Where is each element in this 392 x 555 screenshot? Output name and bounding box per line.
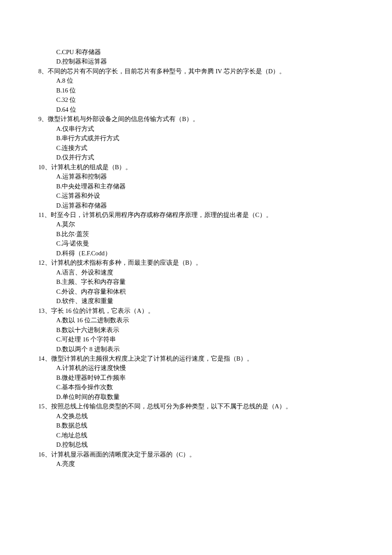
question-options: A.计算机的运行速度快慢 B.微处理器时钟工作频率 C.基本指令操作次数 D.单… <box>38 363 354 402</box>
question-text: 微型计算机与外部设备之间的信息传输方式有（B）。 <box>48 114 354 124</box>
option-item: A.仅串行方式 <box>56 124 354 133</box>
question-options: A.数以 16 位二进制数表示 B.数以十六进制来表示 C.可处理 16 个字符… <box>38 315 354 354</box>
question-10: 10、 计算机主机的组成是（B）。 A.运算器和控制器 B.中央处理器和主存储器… <box>38 162 354 210</box>
option-item: C.基本指令操作次数 <box>56 382 354 392</box>
question-options: A.仅串行方式 B.串行方式或并行方式 C.连接方式 D.仅并行方式 <box>38 124 354 162</box>
option-item: B.比尔·盖茨 <box>56 229 354 239</box>
question-options: A.运算器和控制器 B.中央处理器和主存储器 C.运算器和外设 D.运算器和存储… <box>38 172 354 210</box>
question-stem: 12、 计算机的技术指标有多种，而最主要的应该是（B）。 <box>38 258 354 267</box>
option-item: B.微处理器时钟工作频率 <box>56 373 354 382</box>
option-item: A.交换总线 <box>56 411 354 421</box>
question-number: 12、 <box>38 258 51 267</box>
question-11: 11、 时至今日，计算机仍采用程序内存或称存储程序原理，原理的提出者是（C）。 … <box>38 210 354 258</box>
question-stem: 14、 微型计算机的主频很大程度上决定了计算机的运行速度，它是指（B）。 <box>38 354 354 363</box>
question-stem: 10、 计算机主机的组成是（B）。 <box>38 162 354 172</box>
question-text: 字长 16 位的计算机，它表示（A）。 <box>51 306 354 315</box>
option-item: C.连接方式 <box>56 143 354 153</box>
question-stem: 9、 微型计算机与外部设备之间的信息传输方式有（B）。 <box>38 114 354 124</box>
question-12: 12、 计算机的技术指标有多种，而最主要的应该是（B）。 A.语言、外设和速度 … <box>38 258 354 306</box>
option-item: A.数以 16 位二进制数表示 <box>56 315 354 325</box>
question-8: 8、 不同的芯片有不同的字长，目前芯片有多种型号，其中奔腾 IV 芯片的字长是（… <box>38 66 354 114</box>
question-stem: 15、 按照总线上传输信息类型的不同，总线可分为多种类型，以下不属于总线的是（A… <box>38 402 354 411</box>
question-number: 11、 <box>38 210 51 220</box>
question-text: 计算机显示器画面的清晰度决定于显示器的（C）。 <box>51 450 354 459</box>
question-text: 计算机主机的组成是（B）。 <box>51 162 354 172</box>
option-item: A.亮度 <box>56 459 354 468</box>
option-item: B.中央处理器和主存储器 <box>56 182 354 191</box>
question-15: 15、 按照总线上传输信息类型的不同，总线可分为多种类型，以下不属于总线的是（A… <box>38 402 354 449</box>
option-item: C.冯·诺依曼 <box>56 239 354 248</box>
question-options: A.莫尔 B.比尔·盖茨 C.冯·诺依曼 D.科得（E.F.Codd） <box>38 220 354 258</box>
question-number: 13、 <box>38 306 51 315</box>
document-page: C.CPU 和存储器 D.控制器和运算器 8、 不同的芯片有不同的字长，目前芯片… <box>0 0 392 555</box>
question-number: 10、 <box>38 162 51 172</box>
question-text: 时至今日，计算机仍采用程序内存或称存储程序原理，原理的提出者是（C）。 <box>51 210 354 220</box>
option-item: A.运算器和控制器 <box>56 172 354 181</box>
question-number: 16、 <box>38 450 51 459</box>
option-item: C.CPU 和存储器 <box>56 47 354 57</box>
question-options: A.8 位 B.16 位 C.32 位 D.64 位 <box>38 76 354 114</box>
option-item: C.32 位 <box>56 95 354 104</box>
question-text: 不同的芯片有不同的字长，目前芯片有多种型号，其中奔腾 IV 芯片的字长是（D）。 <box>48 66 354 76</box>
option-item: D.仅并行方式 <box>56 153 354 162</box>
question-text: 微型计算机的主频很大程度上决定了计算机的运行速度，它是指（B）。 <box>51 354 354 363</box>
option-item: D.数以两个 8 进制表示 <box>56 344 354 354</box>
question-text: 计算机的技术指标有多种，而最主要的应该是（B）。 <box>51 258 354 267</box>
option-item: C.地址总线 <box>56 431 354 440</box>
question-9: 9、 微型计算机与外部设备之间的信息传输方式有（B）。 A.仅串行方式 B.串行… <box>38 114 354 162</box>
question-stem: 11、 时至今日，计算机仍采用程序内存或称存储程序原理，原理的提出者是（C）。 <box>38 210 354 220</box>
question-stem: 16、 计算机显示器画面的清晰度决定于显示器的（C）。 <box>38 450 354 459</box>
question-options: A.语言、外设和速度 B.主频、字长和内存容量 C.外设、内存容量和体积 D.软… <box>38 268 354 306</box>
question-14: 14、 微型计算机的主频很大程度上决定了计算机的运行速度，它是指（B）。 A.计… <box>38 354 354 402</box>
option-item: D.控制器和运算器 <box>56 57 354 66</box>
option-item: A.语言、外设和速度 <box>56 268 354 277</box>
option-item: B.主频、字长和内存容量 <box>56 277 354 286</box>
question-number: 15、 <box>38 402 51 411</box>
previous-question-options: C.CPU 和存储器 D.控制器和运算器 <box>38 47 354 66</box>
question-stem: 13、 字长 16 位的计算机，它表示（A）。 <box>38 306 354 315</box>
option-item: A.莫尔 <box>56 220 354 229</box>
option-item: A.计算机的运行速度快慢 <box>56 363 354 373</box>
option-item: D.64 位 <box>56 105 354 114</box>
question-number: 14、 <box>38 354 51 363</box>
option-item: B.16 位 <box>56 86 354 95</box>
question-number: 8、 <box>38 66 48 76</box>
option-item: D.软件、速度和重量 <box>56 296 354 306</box>
question-options: A.交换总线 B.数据总线 C.地址总线 D.控制总线 <box>38 411 354 450</box>
option-item: B.串行方式或并行方式 <box>56 133 354 143</box>
option-item: C.运算器和外设 <box>56 191 354 200</box>
option-item: D.控制总线 <box>56 440 354 449</box>
option-item: B.数以十六进制来表示 <box>56 325 354 335</box>
question-options: A.亮度 <box>38 459 354 468</box>
option-item: C.可处理 16 个字符串 <box>56 335 354 344</box>
option-item: D.运算器和存储器 <box>56 201 354 210</box>
option-item: D.科得（E.F.Codd） <box>56 249 354 258</box>
option-item: B.数据总线 <box>56 421 354 430</box>
question-stem: 8、 不同的芯片有不同的字长，目前芯片有多种型号，其中奔腾 IV 芯片的字长是（… <box>38 66 354 76</box>
question-13: 13、 字长 16 位的计算机，它表示（A）。 A.数以 16 位二进制数表示 … <box>38 306 354 354</box>
question-number: 9、 <box>38 114 48 124</box>
option-item: D.单位时间的存取数量 <box>56 392 354 402</box>
option-item: C.外设、内存容量和体积 <box>56 287 354 296</box>
question-text: 按照总线上传输信息类型的不同，总线可分为多种类型，以下不属于总线的是（A）。 <box>51 402 354 411</box>
question-16: 16、 计算机显示器画面的清晰度决定于显示器的（C）。 A.亮度 <box>38 450 354 469</box>
option-item: A.8 位 <box>56 76 354 85</box>
